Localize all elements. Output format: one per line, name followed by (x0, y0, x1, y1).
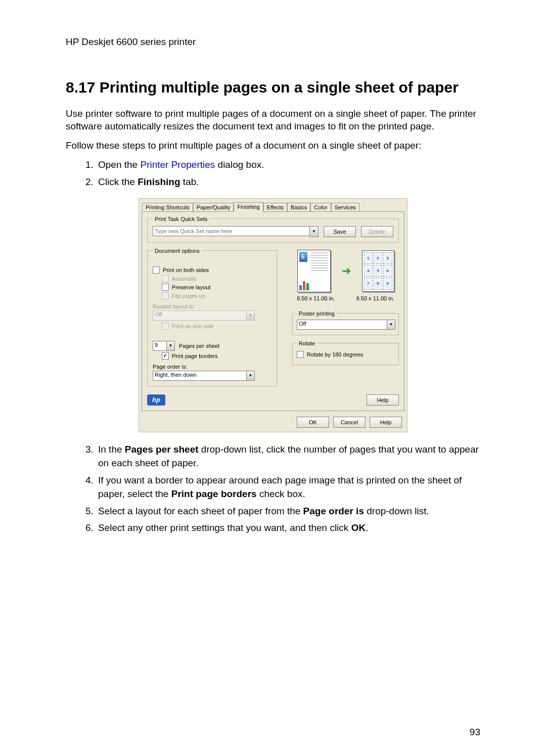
rotate-legend: Rotate (297, 340, 317, 346)
booklet-layout-combo: Off ▼ (153, 310, 255, 321)
page-order-value: Right, then down (153, 371, 246, 380)
tab-body: Print Task Quick Sets ▼ Save Delete Docu… (142, 211, 404, 411)
step-text: . (366, 522, 368, 533)
tab-finishing[interactable]: Finishing (234, 202, 263, 212)
chevron-down-icon[interactable]: ▼ (387, 320, 395, 329)
page-order-label: Page order is: (153, 364, 271, 370)
rotate-group: Rotate Rotate by 180 degrees (292, 340, 399, 365)
print-one-side-label: Print on one side (172, 323, 214, 329)
page-order-is-bold: Page order is (303, 506, 364, 516)
automatic-checkbox (162, 275, 169, 282)
chart-glyph-icon (299, 279, 309, 290)
e-glyph-icon: E (299, 252, 307, 262)
poster-printing-combo[interactable]: Off ▼ (297, 320, 395, 330)
preview-row: E ➔ 1 2 3 4 5 6 7 8 (292, 250, 399, 292)
help-inline-button[interactable]: Help (367, 394, 399, 406)
arrow-right-icon: ➔ (342, 264, 351, 278)
step-text: Select any other print settings that you… (98, 522, 351, 533)
step-text: Open the (98, 159, 140, 170)
preserve-layout-label: Preserve layout (172, 284, 210, 290)
step-4: If you want a border to appear around ea… (96, 473, 480, 501)
document-options-group: Document options Print on both sides Aut… (147, 248, 277, 386)
step-text: Click the (98, 176, 138, 187)
pages-per-sheet-label: Pages per sheet (179, 343, 219, 349)
poster-printing-legend: Poster printing (297, 310, 337, 317)
quick-sets-group: Print Task Quick Sets ▼ Save Delete (147, 216, 399, 243)
hp-logo-icon: hp (147, 394, 165, 406)
step-text: dialog box. (215, 159, 264, 170)
document-options-legend: Document options (153, 248, 202, 254)
preview-after: 1 2 3 4 5 6 7 8 9 (362, 250, 394, 292)
step-2: Click the Finishing tab. (96, 175, 480, 189)
tab-paper-quality[interactable]: Paper/Quality (193, 203, 234, 212)
chevron-down-icon[interactable]: ▼ (246, 371, 254, 380)
step-1: Open the Printer Properties dialog box. (96, 158, 480, 172)
chevron-down-icon[interactable]: ▼ (166, 341, 174, 350)
rotate-180-label: Rotate by 180 degrees (307, 351, 363, 358)
preview-after-dim: 8.50 x 11.00 in. (352, 295, 399, 301)
preview-before: E (297, 250, 331, 292)
booklet-label: Booklet layout is: (153, 303, 271, 309)
printer-properties-dialog: Printing Shortcuts Paper/Quality Finishi… (139, 198, 407, 432)
rotate-180-checkbox[interactable] (297, 351, 304, 358)
pages-per-sheet-combo[interactable]: 9 ▼ (153, 341, 175, 351)
step-text: Select a layout for each sheet of paper … (98, 506, 303, 516)
printer-properties-link[interactable]: Printer Properties (140, 159, 215, 170)
poster-printing-group: Poster printing Off ▼ (292, 310, 399, 335)
step-6: Select any other print settings that you… (96, 521, 480, 535)
quick-set-dropdown-arrow[interactable]: ▼ (310, 226, 318, 237)
delete-button: Delete (361, 226, 393, 237)
chevron-down-icon: ▼ (246, 311, 254, 320)
ok-button[interactable]: OK (297, 417, 329, 428)
step-text: tab. (180, 176, 199, 187)
quick-set-name-input[interactable] (153, 226, 310, 236)
tab-effects[interactable]: Effects (263, 203, 287, 212)
step-5: Select a layout for each sheet of paper … (96, 504, 480, 518)
step-3: In the Pages per sheet drop-down list, c… (96, 442, 480, 470)
print-page-borders-bold: Print page borders (171, 488, 257, 499)
page-order-combo[interactable]: Right, then down ▼ (153, 371, 255, 381)
doc-header: HP Deskjet 6600 series printer (66, 36, 480, 48)
dialog-footer: OK Cancel Help (139, 414, 407, 432)
flip-pages-label: Flip pages up (172, 293, 205, 299)
cancel-button[interactable]: Cancel (333, 417, 366, 428)
section-title: 8.17 Printing multiple pages on a single… (66, 78, 480, 97)
tab-strip: Printing Shortcuts Paper/Quality Finishi… (139, 199, 407, 211)
tab-basics[interactable]: Basics (287, 203, 310, 212)
preserve-layout-checkbox[interactable] (162, 284, 169, 291)
pages-per-sheet-value: 9 (153, 341, 166, 350)
tab-printing-shortcuts[interactable]: Printing Shortcuts (142, 203, 193, 212)
quick-sets-legend: Print Task Quick Sets (153, 216, 209, 222)
print-one-side-checkbox (162, 323, 169, 330)
tab-color[interactable]: Color (310, 203, 331, 212)
step-text: In the (98, 444, 125, 455)
flip-pages-checkbox (162, 292, 169, 299)
finishing-bold: Finishing (138, 176, 180, 187)
print-both-sides-label: Print on both sides (163, 267, 209, 273)
poster-printing-value: Off (297, 320, 387, 329)
preview-before-dim: 8.50 x 11.00 in. (292, 295, 340, 301)
intro-paragraph-1: Use printer software to print multiple p… (66, 107, 480, 133)
help-button[interactable]: Help (370, 417, 402, 428)
intro-paragraph-2: Follow these steps to print multiple pag… (66, 139, 480, 152)
pages-per-sheet-bold: Pages per sheet (125, 444, 199, 455)
tab-services[interactable]: Services (331, 203, 359, 212)
ok-bold: OK (351, 522, 366, 533)
booklet-layout-value: Off (153, 311, 246, 320)
step-text: check box. (257, 488, 305, 499)
print-both-sides-checkbox[interactable] (153, 266, 160, 274)
step-text: drop-down list. (364, 506, 429, 516)
print-page-borders-label: Print page borders (172, 353, 218, 359)
page-number: 93 (470, 727, 480, 738)
print-page-borders-checkbox[interactable]: ✔ (162, 352, 169, 360)
automatic-label: Automatic (172, 276, 197, 282)
save-button[interactable]: Save (324, 226, 356, 237)
